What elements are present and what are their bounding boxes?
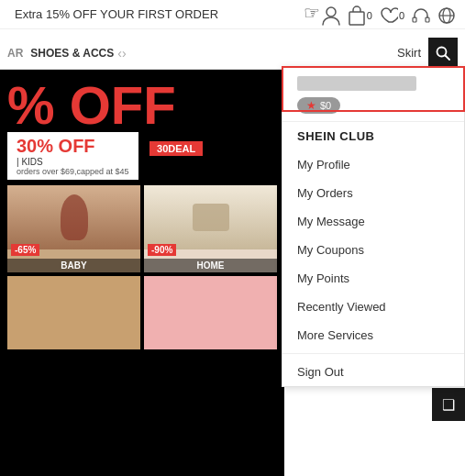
sale-percent: % OFF <box>0 70 284 132</box>
heart-count: 0 <box>399 10 404 21</box>
user-icon-btn[interactable] <box>322 6 340 26</box>
dropdown-divider <box>282 353 464 354</box>
banner-text: Extra 15% OFF YOUR FIRST ORDER <box>15 7 218 21</box>
nav-arrow-right[interactable]: › <box>122 46 127 61</box>
dropdown-item-points[interactable]: My Points <box>282 264 464 293</box>
dropdown-item-recently-viewed[interactable]: Recently Viewed <box>282 293 464 321</box>
product-label-baby: BABY <box>7 259 140 272</box>
points-star-icon: ★ <box>306 99 316 112</box>
sale-badge: 30% OFF | KIDS orders over $69,capped at… <box>7 132 138 180</box>
product-label-home: HOME <box>144 259 277 272</box>
points-value: $0 <box>320 100 331 111</box>
product-grid-row2 <box>0 272 284 349</box>
dropdown-item-coupons[interactable]: My Coupons <box>282 236 464 264</box>
search-button[interactable] <box>428 38 458 69</box>
nav-item-shoes[interactable]: SHOES & ACCS <box>30 47 114 60</box>
nav-item-ar[interactable]: AR <box>7 47 23 60</box>
copy-icon: ❑ <box>442 396 455 414</box>
discount-badge-home: -90% <box>148 244 176 256</box>
dropdown-item-club[interactable]: SHEIN CLUB <box>282 122 464 150</box>
main-content-area: % OFF 30% OFF | KIDS orders over $69,cap… <box>0 70 284 476</box>
product-card-baby[interactable]: -65% BABY <box>7 185 140 272</box>
product-grid-row1: -65% BABY -90% HOME <box>0 180 284 272</box>
banner-suffix: YOUR FIRST ORDER <box>97 7 218 21</box>
bag-count: 0 <box>367 10 372 21</box>
svg-line-8 <box>446 55 450 60</box>
sale-badge-text: 30% OFF <box>17 136 129 157</box>
sale-sub2-text: orders over $69,capped at $45 <box>17 167 129 176</box>
dropdown-header: ★ $0 <box>282 67 464 122</box>
copy-button[interactable]: ❑ <box>432 388 465 421</box>
product-card-home[interactable]: -90% HOME <box>144 185 277 272</box>
discount-badge-baby: -65% <box>11 244 39 256</box>
heart-icon-btn[interactable]: 0 <box>380 6 404 25</box>
svg-point-0 <box>327 7 336 17</box>
sale-kids-text: | KIDS <box>17 157 129 167</box>
cursor-icon: ☞ <box>304 2 320 24</box>
header-icons: 0 0 <box>322 6 456 26</box>
bag-icon-btn[interactable]: 0 <box>348 6 372 26</box>
product-card-jewelry[interactable] <box>7 276 140 349</box>
dropdown-item-more-services[interactable]: More Services <box>282 321 464 349</box>
user-name-placeholder <box>297 76 416 91</box>
headphones-icon-btn[interactable] <box>412 6 430 25</box>
off-text: Extra 15% <box>15 7 73 21</box>
nav-skirt: Skirt <box>397 46 421 60</box>
deal-badge: 30DEAL <box>149 141 203 156</box>
user-dropdown: ★ $0 SHEIN CLUB My Profile My Orders My … <box>282 66 465 387</box>
globe-icon-btn[interactable] <box>437 6 456 25</box>
dropdown-item-message[interactable]: My Message <box>282 207 464 236</box>
off-label: OFF <box>73 7 97 21</box>
svg-rect-1 <box>349 12 364 25</box>
product-card-clothing[interactable] <box>144 276 277 349</box>
dropdown-item-profile[interactable]: My Profile <box>282 150 464 179</box>
points-display: ★ $0 <box>297 97 340 114</box>
dropdown-item-sign-out[interactable]: Sign Out <box>282 358 464 386</box>
dropdown-item-orders[interactable]: My Orders <box>282 179 464 207</box>
